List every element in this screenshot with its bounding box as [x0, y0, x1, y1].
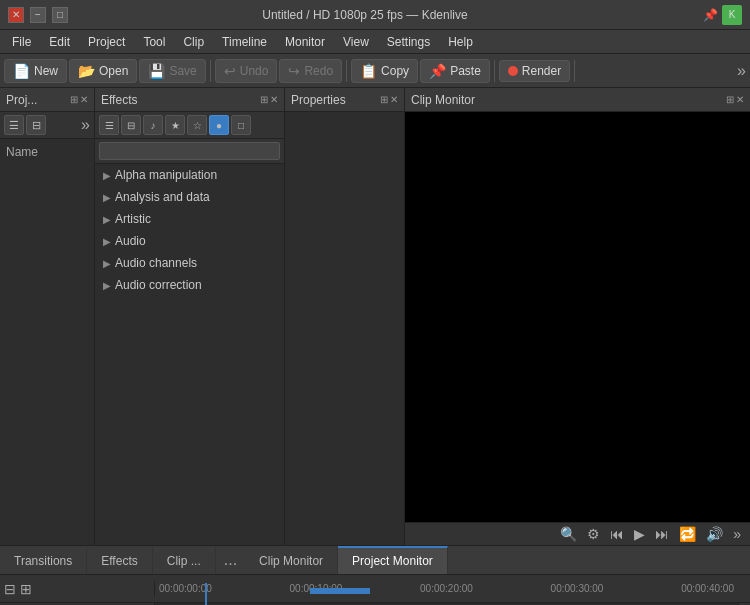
monitor-loop-icon[interactable]: 🔁 — [676, 525, 699, 543]
properties-close-icon[interactable]: ✕ — [390, 94, 398, 105]
tab-transitions[interactable]: Transitions — [0, 546, 87, 574]
effect-audiocorr-label: Audio correction — [115, 278, 202, 292]
effects-audio-button[interactable]: ♪ — [143, 115, 163, 135]
menu-monitor[interactable]: Monitor — [277, 33, 333, 51]
audioch-arrow-icon: ▶ — [103, 258, 111, 269]
tab-project-monitor[interactable]: Project Monitor — [338, 546, 448, 574]
copy-button[interactable]: 📋 Copy — [351, 59, 418, 83]
menu-view[interactable]: View — [335, 33, 377, 51]
monitor-volume-icon[interactable]: 🔊 — [703, 525, 726, 543]
paste-button[interactable]: 📌 Paste — [420, 59, 490, 83]
clip-monitor-restore-icon[interactable]: ⊞ — [726, 94, 734, 105]
effects-star-button[interactable]: ★ — [165, 115, 185, 135]
titlebar: ✕ − □ Untitled / HD 1080p 25 fps — Kdenl… — [0, 0, 750, 30]
tab-clip-monitor[interactable]: Clip Monitor — [245, 546, 338, 574]
titlebar-right: 📌 K — [662, 5, 742, 25]
effect-item-analysis[interactable]: ▶ Analysis and data — [95, 186, 284, 208]
menu-edit[interactable]: Edit — [41, 33, 78, 51]
minimize-icon: − — [35, 9, 41, 20]
kdenlive-badge: K — [722, 5, 742, 25]
tl-ctrl-icon-1[interactable]: ⊟ — [4, 581, 16, 597]
monitor-play-icon[interactable]: ▶ — [631, 525, 648, 543]
tab-more-label: ... — [224, 551, 237, 569]
paste-label: Paste — [450, 64, 481, 78]
clip-monitor-close-icon[interactable]: ✕ — [736, 94, 744, 105]
new-label: New — [34, 64, 58, 78]
effects-video-button[interactable]: □ — [231, 115, 251, 135]
effect-artistic-label: Artistic — [115, 212, 151, 226]
open-icon: 📂 — [78, 63, 95, 79]
tab-more-button[interactable]: ... — [216, 546, 245, 574]
properties-restore-icon[interactable]: ⊞ — [380, 94, 388, 105]
effect-item-audio-channels[interactable]: ▶ Audio channels — [95, 252, 284, 274]
render-button[interactable]: Render — [499, 60, 570, 82]
menu-settings[interactable]: Settings — [379, 33, 438, 51]
close-icon: ✕ — [12, 9, 20, 20]
effects-restore-icon[interactable]: ⊞ — [260, 94, 268, 105]
open-button[interactable]: 📂 Open — [69, 59, 137, 83]
artistic-arrow-icon: ▶ — [103, 214, 111, 225]
project-more-button[interactable]: » — [81, 116, 90, 134]
tab-effects[interactable]: Effects — [87, 546, 152, 574]
project-panel-header: Proj... ⊞ ✕ — [0, 88, 94, 112]
effects-grid-view-button[interactable]: ⊟ — [121, 115, 141, 135]
menu-project[interactable]: Project — [80, 33, 133, 51]
save-button[interactable]: 💾 Save — [139, 59, 205, 83]
monitor-rewind-icon[interactable]: ⏮ — [607, 525, 627, 543]
effects-list-view-button[interactable]: ☰ — [99, 115, 119, 135]
project-grid-button[interactable]: ⊟ — [26, 115, 46, 135]
redo-label: Redo — [304, 64, 333, 78]
effect-item-alpha[interactable]: ▶ Alpha manipulation — [95, 164, 284, 186]
project-close-icon[interactable]: ✕ — [80, 94, 88, 105]
menu-clip[interactable]: Clip — [175, 33, 212, 51]
menu-help[interactable]: Help — [440, 33, 481, 51]
copy-icon: 📋 — [360, 63, 377, 79]
clip-monitor: Clip Monitor ⊞ ✕ 🔍 ⚙ ⏮ ▶ ⏭ 🔁 🔊 » — [405, 88, 750, 545]
redo-button[interactable]: ↪ Redo — [279, 59, 342, 83]
window-title: Untitled / HD 1080p 25 fps — Kdenlive — [68, 8, 662, 22]
minimize-button[interactable]: − — [30, 7, 46, 23]
tab-clip[interactable]: Clip ... — [153, 546, 216, 574]
main-area: Proj... ⊞ ✕ ☰ ⊟ » Name Effects ⊞ ✕ — [0, 88, 750, 545]
effects-panel-title: Effects — [101, 93, 137, 107]
effect-item-audio-correction[interactable]: ▶ Audio correction — [95, 274, 284, 296]
clip-monitor-video — [405, 112, 750, 522]
menu-tool[interactable]: Tool — [135, 33, 173, 51]
project-view-button[interactable]: ☰ — [4, 115, 24, 135]
copy-label: Copy — [381, 64, 409, 78]
alpha-arrow-icon: ▶ — [103, 170, 111, 181]
time-mark-4: 00:00:40:00 — [681, 583, 734, 594]
effect-item-audio[interactable]: ▶ Audio — [95, 230, 284, 252]
menu-file[interactable]: File — [4, 33, 39, 51]
effect-item-artistic[interactable]: ▶ Artistic — [95, 208, 284, 230]
monitor-zoom-icon[interactable]: 🔍 — [557, 525, 580, 543]
audiocorr-arrow-icon: ▶ — [103, 280, 111, 291]
effect-audioch-label: Audio channels — [115, 256, 197, 270]
audio-arrow-icon: ▶ — [103, 236, 111, 247]
save-label: Save — [169, 64, 196, 78]
project-restore-icon[interactable]: ⊞ — [70, 94, 78, 105]
toolbar-more-button[interactable]: » — [737, 62, 746, 80]
monitor-settings-icon[interactable]: ⚙ — [584, 525, 603, 543]
toolbar-separator-4 — [574, 60, 575, 82]
undo-button[interactable]: ↩ Undo — [215, 59, 278, 83]
monitor-more-icon[interactable]: » — [730, 525, 744, 543]
project-content: ☰ ⊟ » Name — [0, 112, 94, 545]
effect-analysis-label: Analysis and data — [115, 190, 210, 204]
effects-all-button[interactable]: ● — [209, 115, 229, 135]
timeline-controls: ⊟ ⊞ — [0, 581, 155, 597]
maximize-button[interactable]: □ — [52, 7, 68, 23]
timeline-ruler: 00:00:00:00 00:00:10:00 00:00:20:00 00:0… — [155, 583, 738, 594]
project-panel: Proj... ⊞ ✕ ☰ ⊟ » Name — [0, 88, 94, 545]
effects-search-input[interactable] — [99, 142, 280, 160]
paste-icon: 📌 — [429, 63, 446, 79]
close-button[interactable]: ✕ — [8, 7, 24, 23]
menu-timeline[interactable]: Timeline — [214, 33, 275, 51]
effects-close-icon[interactable]: ✕ — [270, 94, 278, 105]
tl-ctrl-icon-2[interactable]: ⊞ — [20, 581, 32, 597]
effects-fav-button[interactable]: ☆ — [187, 115, 207, 135]
new-button[interactable]: 📄 New — [4, 59, 67, 83]
timeline: ⊟ ⊞ 00:00:00:00 00:00:10:00 00:00:20:00 … — [0, 575, 750, 605]
monitor-forward-icon[interactable]: ⏭ — [652, 525, 672, 543]
toolbar-separator-3 — [494, 60, 495, 82]
